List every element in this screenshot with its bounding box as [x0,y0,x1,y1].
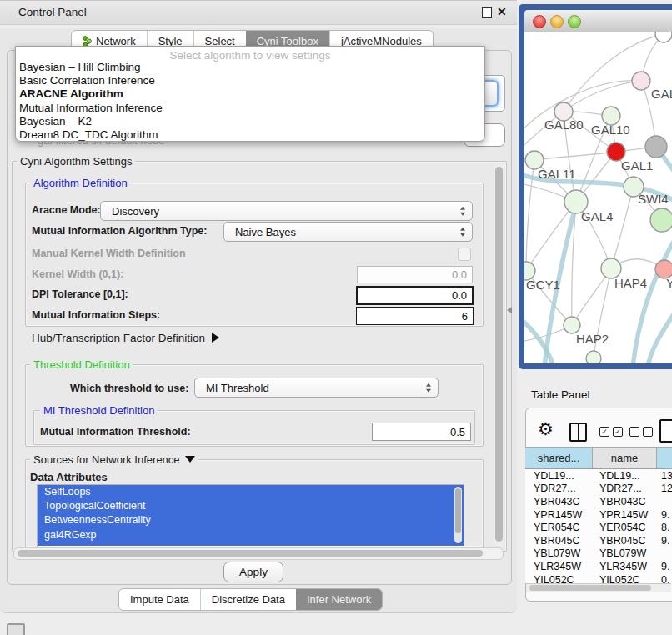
table-row[interactable]: YDL19...YDL19...13 [525,469,672,482]
table-cell[interactable]: YDR27... [525,482,593,494]
algorithm-option-basic-correlation-inference[interactable]: Basic Correlation Inference [19,74,481,88]
mac-zoom-button[interactable] [568,15,581,28]
mi-threshold-field[interactable]: 0.5 [372,422,471,441]
data-attribute-item-gal4rgexp[interactable]: gal4RGexp [38,528,464,542]
sources-group-title[interactable]: Sources for Network Inference [30,453,198,466]
table-cell[interactable]: YPR145W [593,509,657,521]
table-row[interactable]: YER054CYER054C8. [525,521,672,534]
network-node-swi4-green[interactable] [650,208,672,232]
network-edge [564,34,664,112]
table-cell[interactable]: YIL052C [525,574,593,583]
table-row[interactable]: YBL079WYBL079W [525,548,672,561]
manual-kernel-checkbox[interactable] [458,248,471,261]
column-header-shared[interactable]: shared... [525,448,593,468]
settings-horizontal-scrollbar-thumb[interactable] [18,550,483,557]
partial-attribute-row [38,542,464,546]
table-cell[interactable]: YDL19... [593,470,657,482]
table-cell[interactable]: YPR145W [525,509,593,521]
table-row[interactable]: YDR27...YDR27...12 [525,482,672,496]
table-cell[interactable]: YBR043C [525,496,593,508]
table-row[interactable]: YBR045CYBR045C9. [525,534,672,548]
expand-right-arrow-icon[interactable] [212,332,219,342]
table-cell[interactable]: YBL079W [593,548,657,559]
dpi-tolerance-field[interactable]: 0.0 [356,286,474,305]
table-cell[interactable]: 13 [657,470,672,482]
table-cell[interactable]: 9. [657,535,672,547]
network-node-hap2[interactable] [564,317,580,333]
table-cell[interactable]: YLR345W [593,561,657,572]
table-row[interactable]: YBR043CYBR043C [525,495,672,508]
collapsed-panel-icon[interactable] [7,623,25,635]
gear-icon[interactable]: ⚙ [538,419,554,439]
algorithm-option-bayesian-k2[interactable]: Bayesian – K2 [19,115,481,128]
table-body: YDL19...YDL19...13YDR27...YDR27...12YBR0… [525,469,672,583]
mac-close-button[interactable] [533,15,546,28]
tab-discretize-data[interactable]: Discretize Data [200,589,296,610]
mi-threshold-group-title: MI Threshold Definition [40,404,158,417]
spinner-arrows-icon [460,228,465,237]
table-row[interactable]: YPR145WYPR145W9. [525,508,672,522]
spinner-arrows-icon [460,207,465,216]
table-cell[interactable]: YDR27... [593,482,657,494]
hub-definition-expander[interactable]: Hub/Transcription Factor Definition [32,332,219,344]
data-attribute-item-selfloops[interactable]: SelfLoops [38,485,464,499]
column-header-3[interactable] [657,448,672,468]
table-cell[interactable]: YER054C [525,522,593,533]
node-label-hap2: HAP2 [576,332,609,346]
split-columns-icon[interactable] [569,422,587,442]
hide-columns-icon[interactable] [629,427,653,437]
table-cell[interactable]: YBR043C [593,496,657,508]
apply-button[interactable]: Apply [223,562,283,582]
network-node-top-partial[interactable] [655,32,672,42]
column-header-name[interactable]: name [593,448,657,468]
float-window-icon[interactable] [482,8,492,18]
table-cell[interactable]: YBR045C [593,535,657,547]
algorithm-option-bayesian-hill-climbing[interactable]: Bayesian – Hill Climbing [19,61,481,74]
network-window-titlebar[interactable] [524,10,672,32]
data-attributes-list[interactable]: SelfLoopsTopologicalCoefficientBetweenne… [37,484,464,548]
table-cell[interactable]: YDL19... [525,470,593,482]
data-attribute-item-betweennesscentrality[interactable]: BetweennessCentrality [38,513,464,528]
aracne-mode-select[interactable]: Discovery [100,201,473,221]
table-cell[interactable]: YIL052C [593,574,657,583]
mac-minimize-button[interactable] [550,15,564,28]
algorithm-option-dream8-dc-tdc-algorithm[interactable]: Dream8 DC_TDC Algorithm [19,128,481,142]
table-cell[interactable]: 12 [657,482,672,494]
network-node-gal-pink[interactable] [632,72,650,90]
table-cell[interactable]: 9. [657,509,672,521]
tab-infer-network[interactable]: Infer Network [296,589,382,610]
mi-type-select[interactable]: Naive Bayes [223,222,473,242]
document-icon[interactable] [659,419,672,442]
splitter-collapse-icon[interactable] [507,307,512,313]
tab-impute-data[interactable]: Impute Data [119,589,200,610]
network-edge [534,152,616,160]
table-cell[interactable]: 8. [657,522,672,533]
show-checked-columns-icon[interactable]: ✓✓ [599,427,623,437]
dropdown-placeholder: Select algorithm to view settings [16,49,484,62]
table-cell[interactable]: 0. [657,574,672,583]
table-cell[interactable]: YBR045C [525,535,593,547]
settings-vertical-scrollbar-thumb[interactable] [495,167,503,542]
data-attribute-item-topologicalcoefficient[interactable]: TopologicalCoefficient [38,499,464,513]
which-threshold-select[interactable]: MI Threshold [194,378,439,398]
node-label-gal11: GAL11 [538,167,576,181]
network-node-bottom-partial[interactable] [586,351,601,363]
table-row[interactable]: YLR345WYLR345W9. [525,560,672,573]
table-cell[interactable]: YLR345W [525,561,593,572]
node-label-gal4: GAL4 [581,209,613,223]
attributes-scrollbar[interactable] [454,487,462,543]
data-attributes-label: Data Attributes [30,471,108,483]
close-icon[interactable]: ✕ [497,5,507,18]
network-canvas[interactable]: GALGAL80GAL10GAL1GAL11SWI4GAL4GCY1HAP4YH… [524,32,672,363]
table-row[interactable]: YIL052CYIL052C0. [525,573,672,583]
table-horizontal-scrollbar-thumb[interactable] [529,585,651,591]
table-cell[interactable]: 9. [657,561,672,572]
network-node-gray-node[interactable] [645,136,667,158]
table-cell[interactable]: YBL079W [525,548,593,559]
algorithm-option-mutual-information-inference[interactable]: Mutual Information Inference [19,102,481,115]
node-label-swi4: SWI4 [638,192,669,206]
mi-steps-field[interactable]: 6 [356,307,474,325]
table-cell[interactable]: YER054C [593,522,657,533]
collapse-down-arrow-icon[interactable] [185,456,195,462]
algorithm-option-aracne-algorithm[interactable]: ARACNE Algorithm [19,88,481,101]
